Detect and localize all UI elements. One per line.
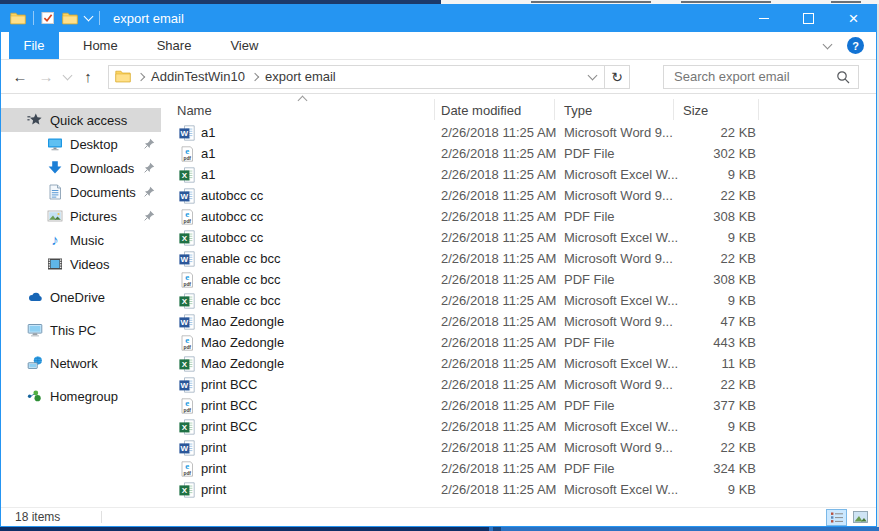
file-type: PDF File bbox=[564, 209, 615, 224]
refresh-button[interactable]: ↻ bbox=[604, 66, 629, 88]
file-date-modified: 2/26/2018 11:25 AM bbox=[441, 125, 556, 140]
sidebar-item-pictures[interactable]: Pictures bbox=[1, 204, 161, 228]
sidebar-item-videos[interactable]: Videos bbox=[1, 252, 161, 276]
pdf-file-icon: epdf bbox=[179, 272, 195, 288]
column-resize-handle[interactable] bbox=[758, 99, 759, 120]
pdf-file-icon: epdf bbox=[179, 461, 195, 477]
column-resize-handle[interactable] bbox=[673, 99, 674, 120]
column-header-date-modified[interactable]: Date modified bbox=[441, 103, 521, 118]
minimize-button[interactable] bbox=[741, 4, 786, 32]
file-row[interactable]: Wa12/26/2018 11:25 AMMicrosoft Word 9...… bbox=[161, 123, 876, 144]
file-row[interactable]: epdfautobcc cc2/26/2018 11:25 AMPDF File… bbox=[161, 207, 876, 228]
tab-share[interactable]: Share bbox=[142, 32, 207, 59]
videos-icon bbox=[47, 256, 63, 272]
file-row[interactable]: Wenable cc bcc2/26/2018 11:25 AMMicrosof… bbox=[161, 249, 876, 270]
word-file-icon: W bbox=[179, 314, 195, 330]
tab-view[interactable]: View bbox=[215, 32, 273, 59]
qat-dropdown-icon[interactable] bbox=[84, 12, 94, 22]
file-row[interactable]: epdfenable cc bcc2/26/2018 11:25 AMPDF F… bbox=[161, 270, 876, 291]
file-row[interactable]: Xa12/26/2018 11:25 AMMicrosoft Excel W..… bbox=[161, 165, 876, 186]
file-row[interactable]: WMao Zedongle2/26/2018 11:25 AMMicrosoft… bbox=[161, 312, 876, 333]
column-header-size[interactable]: Size bbox=[683, 103, 708, 118]
file-row[interactable]: Xautobcc cc2/26/2018 11:25 AMMicrosoft E… bbox=[161, 228, 876, 249]
sidebar-item-music[interactable]: ♪Music bbox=[1, 228, 161, 252]
column-resize-handle[interactable] bbox=[554, 99, 555, 120]
svg-text:X: X bbox=[182, 423, 188, 432]
file-name: Mao Zedongle bbox=[201, 335, 284, 350]
recent-locations-button[interactable] bbox=[59, 75, 75, 79]
breadcrumb-chevron-icon[interactable] bbox=[137, 72, 145, 80]
maximize-icon bbox=[803, 13, 814, 24]
sort-ascending-icon bbox=[298, 96, 308, 106]
help-icon[interactable]: ? bbox=[847, 37, 864, 54]
star-icon bbox=[27, 112, 43, 128]
sidebar-item-this-pc[interactable]: This PC bbox=[1, 318, 161, 342]
maximize-button[interactable] bbox=[786, 4, 831, 32]
column-header-type[interactable]: Type bbox=[564, 103, 592, 118]
column-resize-handle[interactable] bbox=[434, 99, 435, 120]
file-date-modified: 2/26/2018 11:25 AM bbox=[441, 272, 556, 287]
forward-button[interactable]: → bbox=[33, 68, 59, 85]
address-box[interactable]: AddinTestWin10 export email ↻ bbox=[108, 65, 630, 89]
search-input[interactable] bbox=[672, 68, 836, 85]
column-header-name[interactable]: Name bbox=[177, 103, 212, 118]
breadcrumb-segment[interactable]: AddinTestWin10 bbox=[146, 69, 250, 84]
details-view-button[interactable] bbox=[826, 509, 847, 526]
close-button[interactable]: × bbox=[831, 4, 876, 32]
address-dropdown-button[interactable] bbox=[580, 66, 604, 88]
sidebar-item-quick-access[interactable]: Quick access bbox=[1, 108, 161, 132]
back-button[interactable]: ← bbox=[7, 68, 33, 85]
explorer-window-frame: export email × File Home Share View ? ← … bbox=[0, 4, 877, 527]
file-name: Mao Zedongle bbox=[201, 314, 284, 329]
file-row[interactable]: Xprint BCC2/26/2018 11:25 AMMicrosoft Ex… bbox=[161, 417, 876, 438]
search-box[interactable] bbox=[663, 65, 859, 89]
sidebar-item-label: Pictures bbox=[70, 209, 117, 224]
large-icons-view-button[interactable] bbox=[850, 509, 871, 526]
back-icon: ← bbox=[13, 68, 28, 85]
minimize-icon bbox=[759, 18, 769, 19]
up-button[interactable]: ↑ bbox=[75, 68, 101, 85]
sidebar-item-label: Network bbox=[50, 356, 98, 371]
breadcrumb-segment[interactable]: export email bbox=[260, 69, 341, 84]
svg-text:W: W bbox=[181, 318, 189, 327]
file-row[interactable]: Xprint2/26/2018 11:25 AMMicrosoft Excel … bbox=[161, 480, 876, 501]
sidebar-item-onedrive[interactable]: OneDrive bbox=[1, 285, 161, 309]
file-row[interactable]: Xenable cc bcc2/26/2018 11:25 AMMicrosof… bbox=[161, 291, 876, 312]
sidebar-item-network[interactable]: Network bbox=[1, 351, 161, 375]
pin-icon bbox=[144, 162, 155, 173]
sidebar-item-homegroup[interactable]: Homegroup bbox=[1, 384, 161, 408]
tab-home[interactable]: Home bbox=[68, 32, 133, 59]
expand-ribbon-icon[interactable] bbox=[823, 39, 833, 49]
file-type: Microsoft Excel W... bbox=[564, 482, 678, 497]
sidebar-item-label: Homegroup bbox=[50, 389, 118, 404]
file-size: 22 KB bbox=[673, 251, 756, 266]
file-type: Microsoft Excel W... bbox=[564, 167, 678, 182]
file-name: a1 bbox=[201, 146, 215, 161]
file-size: 9 KB bbox=[673, 482, 756, 497]
pdf-file-icon: epdf bbox=[179, 398, 195, 414]
file-row[interactable]: epdfprint BCC2/26/2018 11:25 AMPDF File3… bbox=[161, 396, 876, 417]
sidebar-item-downloads[interactable]: Downloads bbox=[1, 156, 161, 180]
file-row[interactable]: Wprint2/26/2018 11:25 AMMicrosoft Word 9… bbox=[161, 438, 876, 459]
search-icon[interactable] bbox=[836, 70, 850, 84]
svg-text:X: X bbox=[182, 360, 188, 369]
file-row[interactable]: Wprint BCC2/26/2018 11:25 AMMicrosoft Wo… bbox=[161, 375, 876, 396]
file-row[interactable]: XMao Zedongle2/26/2018 11:25 AMMicrosoft… bbox=[161, 354, 876, 375]
file-row[interactable]: epdfprint2/26/2018 11:25 AMPDF File324 K… bbox=[161, 459, 876, 480]
sidebar-item-documents[interactable]: Documents bbox=[1, 180, 161, 204]
file-row[interactable]: Wautobcc cc2/26/2018 11:25 AMMicrosoft W… bbox=[161, 186, 876, 207]
file-row[interactable]: epdfa12/26/2018 11:25 AMPDF File302 KB bbox=[161, 144, 876, 165]
word-file-icon: W bbox=[179, 188, 195, 204]
qat-folder-icon[interactable] bbox=[62, 12, 78, 25]
sidebar-item-desktop[interactable]: Desktop bbox=[1, 132, 161, 156]
tab-file[interactable]: File bbox=[9, 32, 59, 59]
file-name: enable cc bcc bbox=[201, 251, 281, 266]
quick-access-toolbar bbox=[1, 11, 100, 25]
file-date-modified: 2/26/2018 11:25 AM bbox=[441, 188, 556, 203]
music-icon: ♪ bbox=[47, 232, 63, 248]
file-type: PDF File bbox=[564, 146, 615, 161]
svg-text:X: X bbox=[182, 234, 188, 243]
qat-check-icon[interactable] bbox=[41, 11, 55, 25]
breadcrumb-chevron-icon[interactable] bbox=[251, 72, 259, 80]
file-row[interactable]: epdfMao Zedongle2/26/2018 11:25 AMPDF Fi… bbox=[161, 333, 876, 354]
